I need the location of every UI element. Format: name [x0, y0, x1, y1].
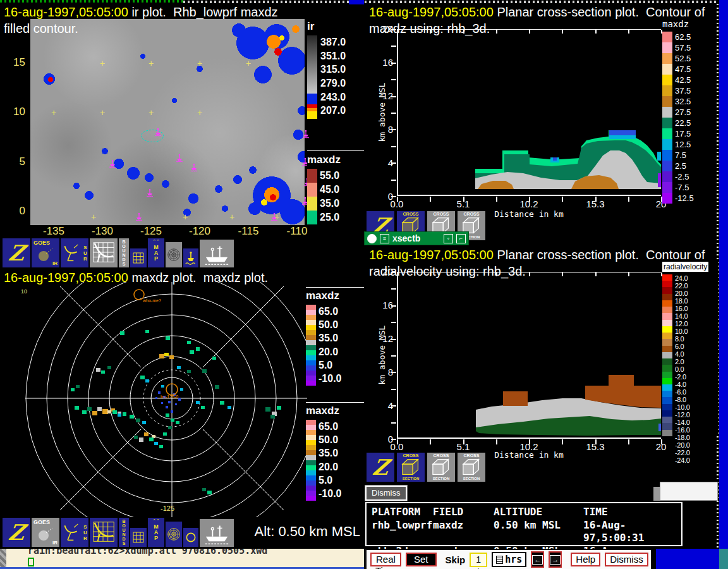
colorbar-title: maxdz [307, 154, 364, 166]
radar-dish-icon [61, 240, 83, 266]
goes-ir-button[interactable]: GOES IR [32, 518, 59, 547]
desktop-strip [719, 0, 728, 549]
xsect-radial-title: 16-aug-1997,05:05:00 Planar cross-sectio… [369, 248, 705, 262]
skip-value-input[interactable] [470, 553, 487, 567]
terminal-window[interactable]: rain:beaufait:62>xdump.all 970816.0505.x… [6, 549, 364, 567]
xsect-maxdz-colorbar: maxdz 62.557.552.547.542.537.532.527.522… [662, 19, 717, 204]
step-back-button[interactable]: ← [531, 551, 544, 568]
window-border-top [183, 1, 717, 3]
cube-icon [460, 456, 483, 479]
xsectb-shape-button[interactable]: ⌐ [456, 234, 466, 243]
colorbar-label: 7.5 [675, 150, 694, 161]
xsectb-radio-button[interactable] [367, 234, 377, 243]
step-forward-button[interactable]: → [549, 551, 562, 568]
surveillance-radar-button[interactable]: SUR [61, 238, 88, 267]
y-tick-label: 12 [369, 90, 393, 101]
zebra-logo-button[interactable]: Z [3, 518, 30, 547]
grid-overlay-button[interactable] [130, 528, 147, 547]
grid-cross: + [99, 59, 106, 68]
colorbar-label: 14.0 [675, 312, 690, 320]
cross-section-3-button[interactable]: CROSS SECTION [458, 453, 485, 482]
cross-label: CROSS [397, 212, 425, 217]
colorbar-label: -16.0 [675, 426, 690, 434]
horizontal-scrollbar[interactable] [660, 482, 718, 501]
table-dismiss-button[interactable]: Dismiss [365, 486, 407, 501]
buoy-overlay-button[interactable] [183, 248, 198, 267]
cross-label: CROSS [427, 212, 455, 217]
ship-platform-button[interactable] [200, 519, 234, 547]
grid-cross: + [148, 59, 154, 68]
colorbar-label: 5.0 [318, 474, 341, 487]
polar-grid-button[interactable] [166, 242, 182, 267]
colorbar-label: 2.0 [675, 358, 690, 365]
x-tick-label: -110 [281, 225, 313, 238]
ship-platform-button[interactable] [200, 240, 234, 267]
ppi-plot-title: 16-aug-1997,05:05:00 maxdz plot. maxdz p… [4, 271, 268, 285]
grid-cross: + [90, 212, 97, 221]
help-button[interactable]: Help [571, 553, 600, 566]
range-ring-button[interactable] [183, 528, 198, 547]
bar-dismiss-button[interactable]: Dismiss [605, 553, 648, 566]
table-header: FIELD [433, 506, 494, 518]
ship-marker-icon [135, 212, 143, 221]
colorbar-title: radialvelocity [662, 262, 708, 272]
colorbar-label: -10.0 [318, 372, 341, 386]
cross-section-1-button[interactable]: CROSS SECTION [397, 453, 425, 482]
map-label: MAP [154, 245, 159, 262]
colorbar-title: maxdz [306, 405, 364, 417]
colorbar-label: -10.0 [318, 487, 341, 501]
rhi-grid-icon [90, 519, 117, 546]
zebra-logo-button[interactable]: Z [367, 453, 394, 482]
dismiss-label: Dismiss [372, 488, 401, 498]
x-tick-label: 0.0 [381, 199, 413, 209]
bounds-label: BOUNDS [121, 519, 126, 546]
hours-unit-button[interactable]: hrs [492, 552, 526, 567]
ir-plot-timestamp: 16-aug-1997,05:05:00 [4, 5, 128, 19]
cross-section-2-button[interactable]: CROSS SECTION [427, 453, 455, 482]
colorbar-swatches [306, 420, 316, 501]
colorbar-label: 16.0 [675, 305, 690, 312]
grid-overlay-button[interactable] [130, 248, 147, 267]
globe-icon [37, 527, 54, 542]
real-time-button[interactable]: Real Time [370, 553, 401, 566]
terminal-prompt-line: rain:beaufait:62>xdump.all 970816.0505.x… [28, 549, 364, 556]
colorbar-label: 0.0 [675, 365, 690, 373]
map-overlay-button[interactable]: ⌃⌃ MAP [148, 238, 164, 267]
x-tick-label: 20 [645, 441, 677, 452]
colorbar-label: 17.5 [675, 128, 694, 139]
colorbar-label: 20.0 [318, 460, 341, 474]
zebra-logo-button[interactable]: Z [3, 238, 30, 267]
scrollbar-tab[interactable] [653, 487, 660, 501]
colorbar-label: 22.5 [675, 118, 694, 128]
bounds-button[interactable]: BOUNDS [119, 238, 129, 267]
set-time-button[interactable]: Set Time [406, 553, 437, 566]
colorbar-label: 279.0 [320, 76, 346, 90]
xsectb-window-title: xsectb [392, 233, 440, 243]
map-overlay-button[interactable]: ⌃⌃ MAP [148, 518, 164, 547]
bounds-button[interactable]: BOUNDS [119, 518, 129, 547]
sur-label: SUR [83, 245, 88, 262]
cross-label: CROSS [458, 453, 485, 458]
xsect-radial-y-axis: 20 16 12 8 4 0 [369, 266, 393, 444]
rhi-scan-button[interactable] [90, 518, 118, 547]
ship-icon [203, 520, 230, 546]
xsectb-menu-button[interactable]: ≡ [380, 234, 389, 243]
colorbar-label: 4.0 [675, 350, 690, 358]
y-tick-label: 4 [369, 400, 393, 411]
x-tick-label: 10.2 [513, 199, 545, 209]
cube-icon [399, 456, 422, 479]
goes-ir-button[interactable]: GOES IR [32, 238, 59, 267]
ship-marker-icon [146, 188, 154, 197]
polar-grid-button[interactable] [166, 522, 182, 547]
xsectb-dot-button[interactable]: ∘ [444, 234, 453, 243]
bounds-label: BOUNDS [121, 240, 126, 266]
rhi-scan-button[interactable] [90, 238, 118, 267]
surveillance-radar-button[interactable]: SUR [61, 518, 88, 547]
xsectb-titlebar[interactable]: ≡ xsectb ∘ ⌐ [364, 231, 469, 245]
xsect-maxdz-title: 16-aug-1997,05:05:00 Planar cross-sectio… [369, 5, 705, 20]
ir-label: IR [52, 260, 58, 266]
y-tick-label: 16 [369, 300, 393, 310]
x-tick-label: -115 [233, 225, 264, 238]
ring-icon [185, 531, 197, 544]
ir-y-axis: 15 10 5 0 [5, 56, 25, 217]
